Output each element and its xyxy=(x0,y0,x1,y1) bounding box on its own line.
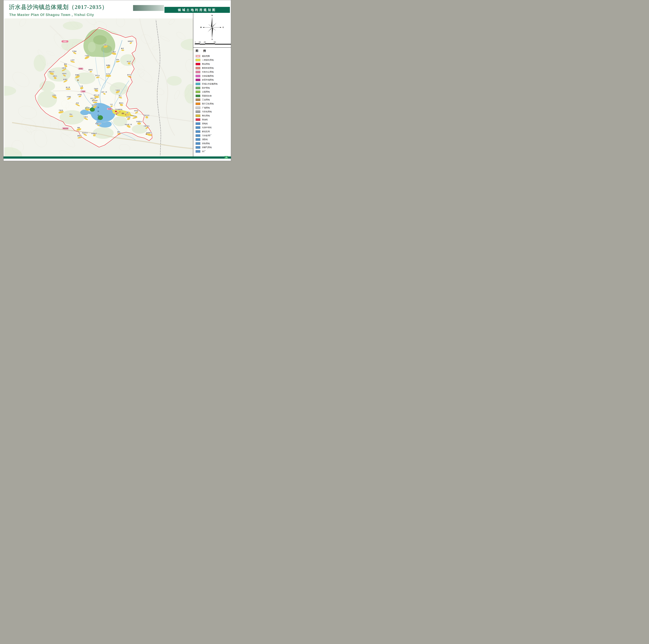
legend-item: 文体设施用地 xyxy=(195,74,229,78)
sidebar-divider xyxy=(193,47,231,48)
legend-swatch xyxy=(196,126,200,129)
legend-swatch xyxy=(196,91,200,93)
village-area xyxy=(86,109,90,111)
legend-swatch xyxy=(196,63,200,65)
road-badge-label: 上新路 xyxy=(81,91,85,92)
map-label: 对崮峪 xyxy=(67,96,71,97)
map-label: 沙沟镇驻地 xyxy=(115,109,122,110)
page-number: 10 xyxy=(224,156,228,159)
plan-sheet: 沂水县沙沟镇总体规划（2017-2035） The Master Plan Of… xyxy=(3,0,231,161)
map-label: 沈家洞 xyxy=(62,67,66,69)
legend-label: 农贸市场用地 xyxy=(202,79,214,81)
map-sidebar: N S W E 02004008001600m xyxy=(193,13,231,157)
map-label: 野坊 xyxy=(70,114,72,115)
map-label: 上峪 xyxy=(126,112,129,113)
legend-title: 图 例 xyxy=(196,49,229,52)
scale-label: 0 xyxy=(195,41,196,43)
legend-item: 加油站 xyxy=(195,118,229,122)
page-subtitle: The Master Plan Of Shagou Town , Yishui … xyxy=(9,13,94,17)
legend-swatch xyxy=(196,98,200,101)
legend-item: 商业用地 xyxy=(195,62,229,66)
village-area xyxy=(128,62,130,65)
legend-item: 商住用地 xyxy=(195,114,229,118)
road-badge-label: 东徐路 xyxy=(107,108,112,110)
legend-swatch xyxy=(196,106,200,109)
legend-item: 区域公共设施用地 xyxy=(195,82,229,86)
map-label: 东于沟 xyxy=(106,73,110,75)
map-label: 崖庄二村 xyxy=(94,94,99,96)
map-label: 麻峪子 xyxy=(77,135,82,137)
map-label: 张家双沟 xyxy=(146,132,152,134)
legend-swatch xyxy=(196,130,200,133)
legend-item: 水厂 xyxy=(195,149,229,154)
legend-swatch xyxy=(196,115,200,117)
legend-label: 防护用地 xyxy=(202,87,210,89)
map-label: 西于沟 xyxy=(95,75,99,76)
village-area xyxy=(90,71,92,72)
legend-label: 变电站 xyxy=(202,122,208,125)
map-label: 刘家洞 xyxy=(62,73,66,74)
map-label: 小东峪 xyxy=(85,55,89,56)
road-badge-label: 青莱高速 xyxy=(63,128,68,129)
map-label: 麻庄 xyxy=(121,48,124,49)
legend-label: 教育科研用地 xyxy=(202,67,214,69)
map-label: 夹石峪 xyxy=(78,94,82,95)
boundary-line-sample xyxy=(196,55,200,57)
scale-segment xyxy=(205,44,215,45)
legend-label: 加油站 xyxy=(202,118,208,121)
legend-item: 田园综合体 xyxy=(195,94,229,98)
map-label: 崖庄五村 xyxy=(92,104,97,106)
legend-swatch xyxy=(196,75,200,77)
legend-swatch xyxy=(196,95,200,97)
map-label: 西于沟 xyxy=(127,74,131,76)
map-area: 沙沟水库 朱家峪子寺峪麻庄止麻庄石泉峪小东峪西坪张马庄上流庄辉泉沈家洞勃锣峪霹雳… xyxy=(4,18,193,157)
legend-label: 区域公共设施用地 xyxy=(202,83,218,85)
legend-label: 文体设施用地 xyxy=(202,75,214,77)
legend-item: 污水处理厂 xyxy=(195,134,229,138)
legend-swatch xyxy=(196,138,200,141)
legend-label: 医疗卫生用地 xyxy=(202,102,214,105)
village-area xyxy=(66,89,71,90)
scale-segment xyxy=(215,43,231,44)
village-area xyxy=(69,116,73,117)
map-label: 九岭坡 xyxy=(116,89,120,91)
map-label: 于家双沟 xyxy=(136,121,142,122)
legend-swatch xyxy=(196,142,200,145)
map-label: 前朱雀二村 xyxy=(125,124,132,125)
map-label: 辉泉 xyxy=(64,63,67,65)
reservoir-label-char: 水 xyxy=(97,114,99,116)
compass-west-label: W xyxy=(200,27,202,28)
legend-label: 垃圾中转站 xyxy=(202,126,212,129)
legend-label: 商住用地 xyxy=(202,115,210,117)
legend-swatch xyxy=(196,102,200,105)
legend-item: 垃圾中转站 xyxy=(195,126,229,130)
legend-item: 邮信支局 xyxy=(195,130,229,134)
legend-swatch xyxy=(196,87,200,89)
road-badge-label: S325 xyxy=(63,41,67,42)
map-label: 止麻庄 xyxy=(112,51,116,52)
map-label: 西坪 xyxy=(116,59,119,60)
legend-item: 规划范围 xyxy=(195,54,229,58)
map-label: 四官旺 xyxy=(134,110,138,112)
scale-segment xyxy=(200,43,205,44)
map-label: 贺家沟 xyxy=(53,75,57,77)
map-label: 上流庄 xyxy=(70,59,75,61)
map-label: 程家官庄 xyxy=(95,123,101,124)
legend-item: 工业用地 xyxy=(195,98,229,102)
map-label: 道德坪 xyxy=(63,79,68,80)
map-label: 于家洞 xyxy=(59,110,63,111)
legend-label: 公园用地 xyxy=(202,91,210,93)
map-label: 孔家庄 xyxy=(94,88,98,90)
legend-item: 汽车站用地 xyxy=(195,110,229,114)
legend-swatch xyxy=(196,79,200,81)
scale-label: 800 xyxy=(214,41,216,43)
legend: 图 例 规划范围二类居住用地商业用地教育科研用地行政办公用地文体设施用地农贸市场… xyxy=(195,49,229,154)
legend-swatch xyxy=(196,83,200,85)
legend-swatch xyxy=(196,146,200,148)
legend-item: 供燃气用地 xyxy=(195,145,229,149)
map-label: 芝麻峪 xyxy=(75,74,79,76)
compass-north-label: N xyxy=(212,14,213,16)
terrain-tint xyxy=(167,76,182,86)
map-label: 石泉峪 xyxy=(72,50,77,52)
legend-label: 消防站 xyxy=(202,138,208,141)
